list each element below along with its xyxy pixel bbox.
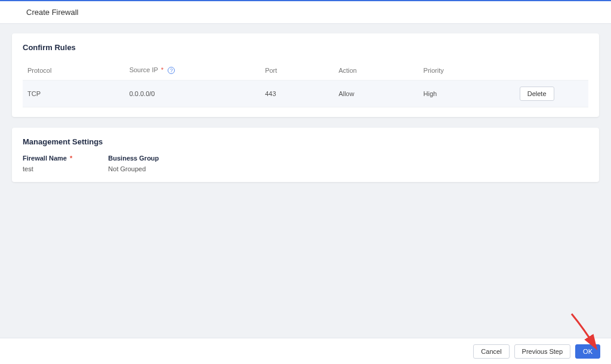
col-priority-header: Priority [419,60,515,81]
ok-button[interactable]: OK [575,344,600,359]
firewall-name-value: test [23,165,72,172]
settings-grid: Firewall Name * test Business Group Not … [23,155,588,172]
page-header: Create Firewall [0,1,611,24]
cancel-button[interactable]: Cancel [473,344,509,359]
business-group-value: Not Grouped [108,165,159,172]
col-sourceip-label: Source IP [129,66,158,73]
required-asterisk: * [161,66,163,73]
firewall-name-label-text: Firewall Name [23,155,67,162]
rules-table: Protocol Source IP * ? Port Action Prior… [23,60,588,107]
col-ops-header [515,60,588,81]
help-icon[interactable]: ? [168,67,175,74]
rules-table-header-row: Protocol Source IP * ? Port Action Prior… [23,60,588,81]
col-action-header: Action [334,60,418,81]
col-protocol-header: Protocol [23,60,125,81]
cell-sourceip: 0.0.0.0/0 [125,81,261,107]
cell-ops: Delete [515,81,588,107]
table-row: TCP 0.0.0.0/0 443 Allow High Delete [23,81,588,107]
cell-port: 443 [260,81,334,107]
business-group-field: Business Group Not Grouped [108,155,159,172]
cell-priority: High [419,81,515,107]
col-sourceip-header: Source IP * ? [125,60,261,81]
delete-button[interactable]: Delete [520,87,554,101]
footer-bar: Cancel Previous Step OK [0,338,611,364]
cell-protocol: TCP [23,81,125,107]
management-settings-title: Management Settings [23,137,588,146]
cell-action: Allow [334,81,418,107]
confirm-rules-title: Confirm Rules [23,43,588,52]
firewall-name-label: Firewall Name * [23,155,72,162]
business-group-label: Business Group [108,155,159,162]
page-accent-border [0,0,611,1]
previous-step-button[interactable]: Previous Step [514,344,570,359]
page-title: Create Firewall [10,8,78,17]
management-settings-card: Management Settings Firewall Name * test… [12,128,599,182]
content-area: Confirm Rules Protocol Source IP * ? Por… [0,24,611,340]
required-asterisk: * [70,155,72,162]
confirm-rules-card: Confirm Rules Protocol Source IP * ? Por… [12,33,599,117]
col-port-header: Port [260,60,334,81]
firewall-name-field: Firewall Name * test [23,155,72,172]
